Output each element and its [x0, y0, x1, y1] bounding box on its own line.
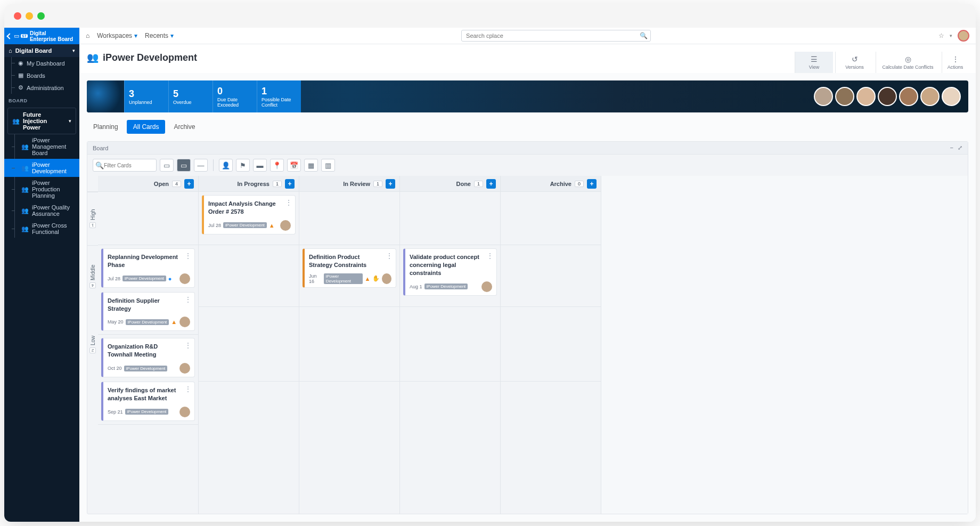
card-menu-icon[interactable]: ⋮ [185, 252, 191, 260]
card[interactable]: Replanning Development Phase ⋮ Jul 28 iP… [101, 248, 195, 288]
card[interactable]: Validate product concept concerning lega… [403, 248, 497, 296]
filter-columns-button[interactable]: ▥ [321, 159, 335, 172]
minimize-window-icon[interactable] [26, 12, 33, 20]
card-menu-icon[interactable]: ⋮ [185, 342, 191, 349]
maximize-window-icon[interactable] [37, 12, 45, 20]
search-input[interactable] [461, 30, 651, 42]
assignee-avatar[interactable] [179, 363, 190, 374]
assignee-avatar[interactable] [179, 317, 190, 327]
swimlane-high[interactable]: 1 High [87, 192, 98, 245]
filter-tag-button[interactable]: ▬ [253, 159, 267, 172]
card[interactable]: Definition Product Strategy Constraints … [303, 248, 396, 288]
add-card-button[interactable]: + [486, 179, 496, 189]
card-menu-icon[interactable]: ⋮ [285, 199, 292, 206]
view-action[interactable]: ☰View [795, 52, 833, 73]
gear-icon: ⚙ [18, 84, 23, 91]
page-header: 👥 iPower Development ☰View ↺Versions ◎Ca… [79, 44, 976, 73]
sidebar-item-administration[interactable]: ⚙ Administration [4, 82, 79, 94]
add-card-button[interactable]: + [285, 179, 295, 189]
view-card-button[interactable]: ▭ [177, 159, 191, 172]
view-minimal-button[interactable]: — [194, 159, 208, 172]
card[interactable]: Impact Analysis Change Order # 2578 ⋮ Ju… [202, 195, 296, 234]
sidebar-brand[interactable]: ▭ ST Digital Enterprise Board [4, 28, 79, 44]
target-icon: ◎ [878, 55, 937, 63]
sidebar-item-boards[interactable]: ▦ Boards [4, 69, 79, 82]
sidebar-item-cross-functional[interactable]: 👥 iPower Cross Functional [4, 220, 79, 238]
stat-overdue[interactable]: 5Overdue [168, 80, 213, 112]
filter-user-button[interactable]: 👤 [219, 159, 233, 172]
chevron-down-icon[interactable]: ▾ [950, 33, 952, 38]
tab-archive[interactable]: Archive [167, 120, 201, 134]
assignee-avatar[interactable] [280, 220, 291, 231]
history-icon: ↺ [838, 55, 871, 63]
card[interactable]: Organization R&D Townhall Meeting ⋮ Oct … [101, 338, 195, 377]
board-tabs: Planning All Cards Archive [79, 120, 976, 134]
swimlane-low[interactable]: 2 Low [87, 307, 98, 382]
sidebar-board-heading: BOARD [4, 94, 79, 108]
assignee-avatar[interactable] [481, 281, 492, 292]
add-card-button[interactable]: + [184, 179, 194, 189]
card-menu-icon[interactable]: ⋮ [185, 385, 191, 393]
sidebar-item-production-planning[interactable]: 👥 iPower Production Planning [4, 177, 79, 201]
card-menu-icon[interactable]: ⋮ [487, 252, 493, 260]
assignee-avatar[interactable] [179, 407, 190, 417]
sidebar-section-digital-board[interactable]: ⌂ Digital Board ▾ [4, 44, 79, 57]
chevron-down-icon: ▾ [72, 48, 75, 53]
calculate-conflicts-action[interactable]: ◎Calculate Date Conflicts [876, 52, 940, 73]
assignee-avatar[interactable] [179, 273, 190, 284]
avatar[interactable] [814, 87, 833, 106]
board-icon: ▦ [18, 72, 23, 79]
stat-due-exceeded[interactable]: 0Due Date Exceeded [213, 80, 257, 112]
close-window-icon[interactable] [14, 12, 21, 20]
filter-date-button[interactable]: 📅 [287, 159, 301, 172]
tab-planning[interactable]: Planning [87, 120, 125, 134]
avatar[interactable] [899, 87, 918, 106]
sidebar-item-quality-assurance[interactable]: 👥 iPower Quality Assurance [4, 201, 79, 220]
card-menu-icon[interactable]: ⋮ [386, 252, 393, 260]
warning-icon: ▲ [171, 319, 177, 325]
avatar[interactable] [835, 87, 854, 106]
search-icon[interactable]: 🔍 [640, 32, 648, 39]
browser-titlebar [4, 4, 976, 28]
warning-icon: ▲ [365, 276, 371, 282]
sidebar-item-ipower-development[interactable]: 👥 iPower Development [4, 159, 79, 177]
card[interactable]: Definition Supplier Strategy ⋮ May 20 iP… [101, 292, 195, 331]
avatar[interactable] [878, 87, 897, 106]
versions-action[interactable]: ↺Versions [835, 52, 873, 73]
filter-grid-button[interactable]: ▦ [304, 159, 318, 172]
sidebar-item-dashboard[interactable]: ◉ My Dashboard [4, 57, 79, 69]
topbar: ⌂ Workspaces ▾ Recents ▾ 🔍 ☆ ▾ [79, 28, 976, 44]
sidebar-item-management-board[interactable]: 👥 iPower Management Board [4, 134, 79, 159]
collapse-sidebar-icon[interactable] [6, 33, 12, 39]
user-avatar[interactable] [958, 30, 969, 42]
filter-flag-button[interactable]: ⚑ [236, 159, 250, 172]
stats-banner: 3Unplanned 5Overdue 0Due Date Exceeded 1… [87, 80, 968, 112]
board-panel: Board − ⤢ 🔍 ▭ ▭ — 👤 ⚑ [87, 141, 968, 514]
sidebar: ▭ ST Digital Enterprise Board ⌂ Digital … [4, 28, 79, 522]
avatar[interactable] [856, 87, 876, 106]
assignee-avatar[interactable] [382, 273, 391, 284]
card[interactable]: Verify findings of market analyses East … [101, 382, 195, 421]
workspaces-label: Workspaces [97, 32, 132, 39]
add-card-button[interactable]: + [386, 179, 395, 189]
swimlane-middle[interactable]: 4 Middle [87, 245, 98, 307]
tab-all-cards[interactable]: All Cards [127, 120, 166, 134]
star-icon[interactable]: ☆ [938, 32, 944, 39]
actions-menu[interactable]: ⋮Actions [942, 52, 968, 73]
card-menu-icon[interactable]: ⋮ [185, 296, 191, 303]
sidebar-section-label: Future Injection Power [23, 111, 66, 131]
minimize-panel-icon[interactable]: − [950, 144, 953, 151]
sidebar-section-future-injection[interactable]: 👥 Future Injection Power ▾ [7, 108, 76, 134]
stat-unplanned[interactable]: 3Unplanned [124, 80, 168, 112]
stat-date-conflict[interactable]: 1Possible Date Conflict [257, 80, 301, 112]
recents-menu[interactable]: Recents ▾ [145, 32, 174, 39]
add-card-button[interactable]: + [587, 179, 597, 189]
view-compact-button[interactable]: ▭ [160, 159, 174, 172]
home-button[interactable]: ⌂ [86, 32, 89, 39]
avatar[interactable] [920, 87, 940, 106]
filter-location-button[interactable]: 📍 [270, 159, 284, 172]
sidebar-item-label: Boards [27, 72, 45, 79]
workspaces-menu[interactable]: Workspaces ▾ [97, 32, 137, 39]
expand-panel-icon[interactable]: ⤢ [958, 144, 962, 151]
avatar[interactable] [942, 87, 961, 106]
